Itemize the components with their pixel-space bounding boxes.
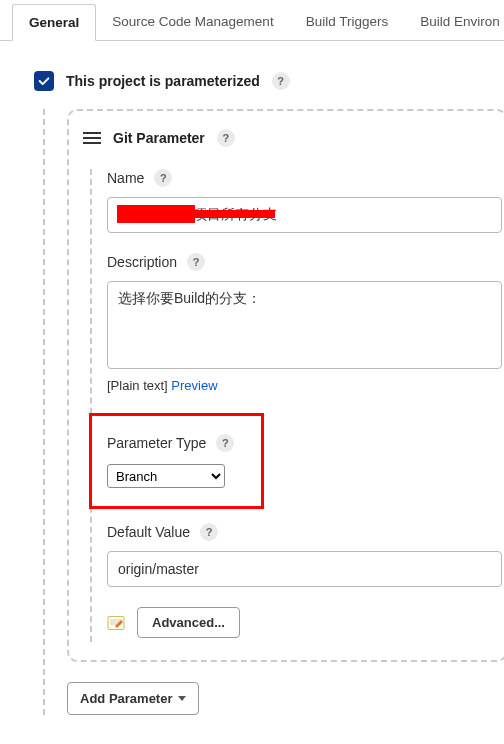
parameterized-help-icon[interactable]: ? bbox=[272, 72, 290, 90]
add-parameter-button[interactable]: Add Parameter bbox=[67, 682, 199, 715]
description-textarea[interactable]: 选择你要Build的分支： bbox=[107, 281, 502, 369]
note-icon bbox=[107, 614, 125, 632]
git-parameter-header: Git Parameter ? bbox=[83, 129, 504, 147]
parameter-type-select[interactable]: Branch bbox=[107, 464, 225, 488]
tab-general[interactable]: General bbox=[12, 4, 96, 41]
default-value-input[interactable] bbox=[107, 551, 502, 587]
parameter-type-label: Parameter Type bbox=[107, 435, 206, 451]
preview-link[interactable]: Preview bbox=[171, 378, 217, 393]
description-format-row: [Plain text] Preview bbox=[107, 378, 504, 393]
git-parameter-help-icon[interactable]: ? bbox=[217, 129, 235, 147]
parameter-type-highlight: Parameter Type ? Branch bbox=[89, 413, 264, 509]
description-help-icon[interactable]: ? bbox=[187, 253, 205, 271]
advanced-button[interactable]: Advanced... bbox=[137, 607, 240, 638]
advanced-row: Advanced... bbox=[92, 607, 504, 638]
general-tab-content: This project is parameterized ? Git Para… bbox=[0, 41, 504, 715]
git-parameter-box: Git Parameter ? Name ? bbox=[67, 109, 504, 662]
git-parameter-title: Git Parameter bbox=[113, 130, 205, 146]
plain-text-label: [Plain text] bbox=[107, 378, 171, 393]
parameters-indent: Git Parameter ? Name ? bbox=[43, 109, 504, 715]
checkmark-icon bbox=[37, 74, 51, 88]
description-field: Description ? 选择你要Build的分支： [Plain text]… bbox=[92, 253, 504, 393]
tab-scm[interactable]: Source Code Management bbox=[96, 4, 289, 40]
default-value-field: Default Value ? bbox=[92, 523, 504, 587]
add-parameter-label: Add Parameter bbox=[80, 691, 172, 706]
drag-handle-icon[interactable] bbox=[83, 132, 101, 144]
config-tabs: General Source Code Management Build Tri… bbox=[0, 0, 504, 41]
parameter-type-help-icon[interactable]: ? bbox=[216, 434, 234, 452]
parameterized-row: This project is parameterized ? bbox=[34, 71, 504, 91]
tab-build-triggers[interactable]: Build Triggers bbox=[290, 4, 405, 40]
chevron-down-icon bbox=[178, 696, 186, 701]
parameterized-checkbox[interactable] bbox=[34, 71, 54, 91]
tab-build-environment[interactable]: Build Environ bbox=[404, 4, 504, 40]
redaction-overlay bbox=[179, 210, 275, 218]
parameterized-label: This project is parameterized bbox=[66, 73, 260, 89]
git-parameter-body: Name ? Description ? 选择你要Build的分支： bbox=[90, 169, 504, 642]
name-field: Name ? bbox=[92, 169, 504, 233]
description-label: Description bbox=[107, 254, 177, 270]
name-help-icon[interactable]: ? bbox=[154, 169, 172, 187]
default-value-label: Default Value bbox=[107, 524, 190, 540]
default-value-help-icon[interactable]: ? bbox=[200, 523, 218, 541]
name-label: Name bbox=[107, 170, 144, 186]
